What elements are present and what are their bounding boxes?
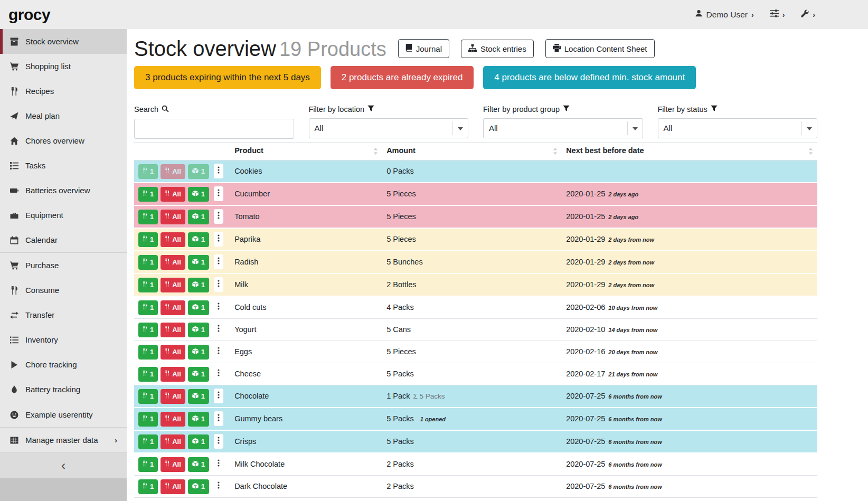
sidebar-item-purchase[interactable]: Purchase	[0, 253, 127, 278]
consume-all-button[interactable]: All	[161, 345, 185, 360]
open-one-button[interactable]: 1	[188, 345, 209, 360]
consume-one-button[interactable]: 1	[138, 164, 158, 179]
date-column-header[interactable]: Next best before date	[562, 142, 817, 160]
consume-one-button[interactable]: 1	[138, 278, 158, 292]
status-filter-select[interactable]: All	[658, 118, 818, 138]
open-one-button[interactable]: 1	[188, 389, 209, 404]
row-menu-button[interactable]	[214, 254, 223, 269]
row-menu-button[interactable]	[214, 164, 223, 178]
row-menu-button[interactable]	[214, 277, 223, 292]
sidebar-item-battery-tracking[interactable]: Battery tracking	[0, 377, 127, 402]
location-filter-select[interactable]: All	[309, 118, 469, 138]
consume-all-button[interactable]: All	[161, 323, 185, 337]
consume-all-button[interactable]: All	[161, 479, 185, 494]
row-menu-button[interactable]	[214, 232, 223, 247]
search-input[interactable]	[134, 119, 294, 139]
open-one-button[interactable]: 1	[188, 232, 209, 247]
consume-all-button[interactable]: All	[161, 389, 185, 404]
consume-all-button[interactable]: All	[161, 278, 185, 292]
open-one-button[interactable]: 1	[188, 367, 209, 382]
journal-button[interactable]: Journal	[398, 39, 449, 58]
sidebar-item-manage-master-data[interactable]: Manage master data ›	[0, 428, 127, 452]
user-menu[interactable]: Demo User ›	[695, 10, 754, 20]
consume-all-button[interactable]: All	[161, 232, 185, 247]
below-min-stock-banner[interactable]: 4 products are below defined min. stock …	[483, 66, 696, 89]
product-group-filter-select[interactable]: All	[483, 118, 643, 138]
settings-menu[interactable]: ›	[770, 10, 785, 20]
consume-all-button[interactable]: All	[161, 187, 185, 202]
product-amount: 5 Pieces	[382, 228, 562, 251]
sidebar-item-transfer[interactable]: Transfer	[0, 303, 127, 327]
sidebar-item-meal-plan[interactable]: Meal plan	[0, 103, 127, 128]
row-menu-button[interactable]	[214, 344, 223, 359]
consume-one-button[interactable]: 1	[138, 323, 158, 337]
product-column-header[interactable]: Product	[230, 142, 382, 160]
row-menu-button[interactable]	[214, 457, 223, 471]
row-menu-button[interactable]	[214, 300, 223, 315]
sidebar-collapse-button[interactable]: ‹	[0, 453, 127, 478]
sidebar-item-inventory[interactable]: Inventory	[0, 327, 127, 352]
sidebar-item-chore-tracking[interactable]: Chore tracking	[0, 352, 127, 377]
location-content-sheet-button[interactable]: Location Content Sheet	[545, 39, 655, 58]
open-one-button[interactable]: 1	[188, 457, 209, 472]
consume-one-button[interactable]: 1	[138, 367, 158, 382]
row-menu-button[interactable]	[214, 186, 223, 201]
row-menu-button[interactable]	[214, 389, 223, 403]
consume-one-button[interactable]: 1	[138, 412, 158, 427]
open-one-button[interactable]: 1	[188, 187, 209, 202]
sidebar-item-stock-overview[interactable]: Stock overview	[0, 29, 127, 54]
product-amount	[382, 497, 562, 501]
consume-one-button[interactable]: 1	[138, 345, 158, 360]
consume-one-button[interactable]: 1	[138, 389, 158, 404]
row-menu-button[interactable]	[214, 411, 223, 426]
row-menu-button[interactable]	[214, 479, 223, 494]
consume-all-button[interactable]: All	[161, 164, 185, 179]
consume-all-button[interactable]: All	[161, 300, 185, 315]
sidebar-item-equipment[interactable]: Equipment	[0, 203, 127, 228]
expired-banner[interactable]: 2 products are already expired	[331, 66, 474, 89]
row-menu-button[interactable]	[214, 209, 223, 224]
consume-all-button[interactable]: All	[161, 210, 185, 224]
sidebar-item-tasks[interactable]: Tasks	[0, 153, 127, 178]
consume-one-button[interactable]: 1	[138, 232, 158, 247]
consume-one-button[interactable]: 1	[138, 300, 158, 315]
row-menu-button[interactable]	[214, 434, 223, 449]
row-menu-button[interactable]	[214, 322, 223, 337]
admin-menu[interactable]: ›	[800, 10, 815, 20]
stock-entries-button[interactable]: Stock entries	[461, 40, 534, 58]
consume-all-button[interactable]: All	[161, 255, 185, 270]
consume-one-button[interactable]: 1	[138, 434, 158, 449]
row-menu-button[interactable]	[214, 366, 223, 381]
consume-one-button[interactable]: 1	[138, 255, 158, 270]
sidebar-item-chores-overview[interactable]: Chores overview	[0, 128, 127, 153]
consume-one-button[interactable]: 1	[138, 457, 158, 472]
sidebar-item-consume[interactable]: Consume	[0, 278, 127, 303]
sidebar-item-recipes[interactable]: Recipes	[0, 79, 127, 103]
open-one-button[interactable]: 1	[188, 210, 209, 224]
consume-all-button[interactable]: All	[161, 412, 185, 427]
open-one-button[interactable]: 1	[188, 300, 209, 315]
expiring-banner[interactable]: 3 products expiring within the next 5 da…	[134, 66, 321, 89]
best-before-date: 2020-01-252 days ago	[562, 205, 817, 228]
consume-one-button[interactable]: 1	[138, 187, 158, 202]
sidebar-item-batteries-overview[interactable]: Batteries overview	[0, 178, 127, 203]
open-one-button[interactable]: 1	[188, 323, 209, 337]
consume-all-button[interactable]: All	[161, 367, 185, 382]
open-one-button[interactable]: 1	[188, 278, 209, 292]
app-logo[interactable]: grocy	[8, 6, 50, 24]
consume-one-button[interactable]: 1	[138, 210, 158, 224]
open-one-button[interactable]: 1	[188, 255, 209, 270]
sidebar-item-calendar[interactable]: Calendar	[0, 228, 127, 252]
open-box-icon	[192, 370, 199, 378]
sidebar-item-shopping-list[interactable]: Shopping list	[0, 54, 127, 79]
open-one-button[interactable]: 1	[188, 479, 209, 494]
consume-one-button[interactable]: 1	[138, 479, 158, 494]
table-row: 1 All 1	[134, 430, 817, 453]
open-one-button[interactable]: 1	[188, 412, 209, 427]
amount-column-header[interactable]: Amount	[382, 142, 562, 160]
consume-all-button[interactable]: All	[161, 457, 185, 472]
open-one-button[interactable]: 1	[188, 164, 209, 179]
open-one-button[interactable]: 1	[188, 434, 209, 449]
consume-all-button[interactable]: All	[161, 434, 185, 449]
sidebar-item-example-userentity[interactable]: Example userentity	[0, 402, 127, 427]
